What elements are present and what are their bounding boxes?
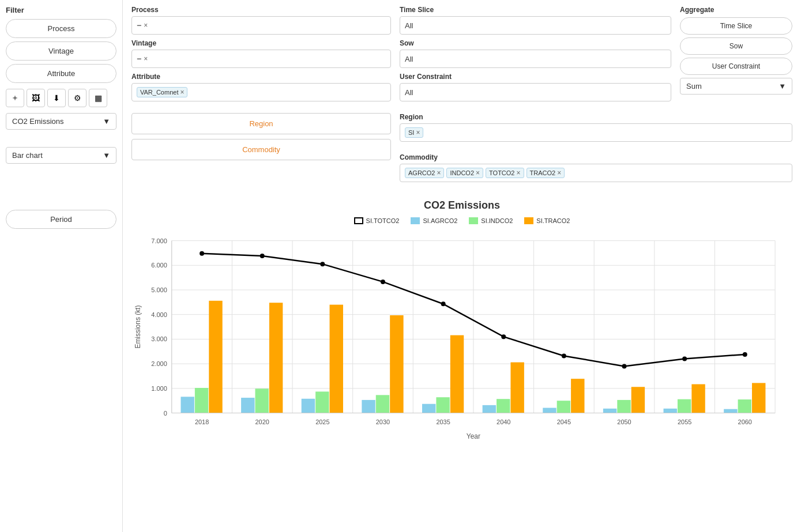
legend-agrco2-icon (411, 217, 420, 224)
process-input[interactable]: − × (131, 16, 391, 35)
attribute-filter-btn[interactable]: Attribute (6, 64, 116, 83)
aggregate-title: Aggregate (680, 6, 792, 14)
svg-rect-27 (180, 397, 194, 413)
svg-rect-51 (543, 408, 556, 413)
image-icon-btn[interactable]: 🖼 (27, 89, 45, 107)
svg-rect-29 (209, 301, 222, 413)
region-tag-si: SI × (405, 127, 423, 138)
svg-text:Emissions (kt): Emissions (kt) (134, 305, 142, 349)
svg-text:4.000: 4.000 (151, 311, 167, 318)
legend-indco2-label: SI.INDCO2 (481, 217, 513, 224)
legend-totco2: SI.TOTCO2 (354, 217, 400, 224)
svg-rect-48 (497, 399, 510, 413)
svg-text:2035: 2035 (436, 418, 450, 425)
chart-area: 01.0002.0003.0004.0005.0006.0007.0002018… (131, 229, 792, 448)
groupby-panel: Region Commodity (131, 113, 391, 188)
vintage-label: Vintage (131, 39, 391, 47)
process-x[interactable]: × (144, 21, 148, 29)
table-icon-btn[interactable]: ▦ (89, 89, 107, 107)
barchart-arrow-icon: ▼ (103, 151, 110, 160)
legend-indco2: SI.INDCO2 (469, 217, 513, 224)
userconstraint-filter-group: User Constraint All (400, 73, 671, 101)
timeslice-filter-group: Time Slice All (400, 6, 671, 35)
region-input[interactable]: SI × (400, 123, 792, 142)
svg-text:7.000: 7.000 (151, 237, 167, 244)
svg-text:3.000: 3.000 (151, 335, 167, 342)
traco2-tag-x[interactable]: × (557, 169, 561, 177)
region-groupby-btn[interactable]: Region (131, 113, 391, 134)
svg-rect-40 (376, 395, 389, 413)
region-commodity-panel: Region SI × Commodity AGRCO2 × (400, 113, 792, 188)
totco2-tag: TOTCO2 × (486, 168, 524, 178)
svg-text:2040: 2040 (497, 418, 510, 425)
sum-dropdown[interactable]: Sum ▼ (680, 78, 792, 95)
vintage-input[interactable]: − × (131, 50, 391, 68)
svg-text:5.000: 5.000 (151, 286, 167, 293)
svg-text:0: 0 (164, 410, 167, 417)
top-filter-row: Process − × Vintage − × Attribute (131, 6, 792, 101)
traco2-tag: TRACO2 × (527, 168, 565, 178)
svg-rect-53 (571, 379, 584, 413)
agrco2-tag: AGRCO2 × (405, 168, 444, 178)
svg-rect-63 (724, 409, 737, 413)
indco2-tag-x[interactable]: × (476, 169, 480, 177)
svg-text:2018: 2018 (195, 418, 209, 425)
svg-rect-56 (617, 400, 630, 413)
svg-rect-49 (510, 363, 524, 413)
svg-point-76 (743, 352, 747, 357)
commodity-groupby-btn[interactable]: Commodity (131, 139, 391, 160)
process-filter-btn[interactable]: Process (6, 19, 116, 38)
sum-dropdown-arrow: ▼ (779, 82, 786, 90)
svg-rect-52 (557, 401, 570, 413)
legend-indco2-icon (469, 217, 478, 224)
svg-rect-43 (422, 404, 435, 413)
svg-rect-31 (241, 398, 254, 413)
svg-rect-39 (362, 400, 375, 413)
period-btn[interactable]: Period (6, 210, 116, 229)
svg-point-75 (682, 357, 687, 361)
icon-toolbar: ＋ 🖼 ⬇ ⚙ ▦ (6, 89, 116, 107)
vintage-filter-btn[interactable]: Vintage (6, 41, 116, 61)
svg-point-74 (622, 364, 627, 368)
svg-text:2055: 2055 (678, 418, 691, 425)
legend-agrco2: SI.AGRCO2 (411, 217, 457, 224)
userconstraint-agg-btn[interactable]: User Constraint (680, 58, 792, 75)
svg-point-68 (260, 254, 265, 258)
commodity-filter-group: Commodity AGRCO2 × INDCO2 × TOTCO2 × (400, 153, 792, 188)
totco2-tag-x[interactable]: × (516, 169, 520, 177)
timeslice-agg-btn[interactable]: Time Slice (680, 17, 792, 35)
sow-agg-btn[interactable]: Sow (680, 37, 792, 55)
legend-traco2: SI.TRACO2 (524, 217, 570, 224)
sow-label: Sow (400, 39, 671, 47)
barchart-dropdown[interactable]: Bar chart ▼ (6, 147, 116, 164)
vintage-minus[interactable]: − (137, 54, 141, 63)
add-icon-btn[interactable]: ＋ (6, 89, 24, 107)
timeslice-input[interactable]: All (400, 16, 671, 35)
svg-rect-55 (603, 409, 616, 413)
svg-rect-44 (436, 397, 449, 413)
svg-text:2045: 2045 (557, 418, 571, 425)
download-icon-btn[interactable]: ⬇ (47, 89, 66, 107)
svg-rect-60 (678, 399, 691, 413)
attribute-label: Attribute (131, 73, 391, 81)
sow-input[interactable]: All (400, 50, 671, 68)
svg-rect-37 (330, 305, 343, 413)
process-minus[interactable]: − (137, 21, 141, 30)
svg-text:1.000: 1.000 (151, 385, 167, 392)
svg-rect-35 (302, 399, 315, 413)
settings-icon-btn[interactable]: ⚙ (68, 89, 87, 107)
region-tag-si-x[interactable]: × (416, 129, 420, 137)
svg-point-69 (320, 262, 325, 266)
commodity-input[interactable]: AGRCO2 × INDCO2 × TOTCO2 × TRACO2 (400, 164, 792, 182)
sow-filter-group: Sow All (400, 39, 671, 68)
attribute-input[interactable]: VAR_Comnet × (131, 83, 391, 101)
legend-traco2-label: SI.TRACO2 (536, 217, 570, 224)
vintage-filter-group: Vintage − × (131, 39, 391, 68)
userconstraint-input[interactable]: All (400, 83, 671, 101)
attribute-tag-x[interactable]: × (180, 88, 184, 96)
svg-point-71 (441, 301, 446, 306)
vintage-x[interactable]: × (144, 55, 148, 63)
chart-legend: SI.TOTCO2 SI.AGRCO2 SI.INDCO2 SI.TRACO2 (131, 217, 792, 224)
agrco2-tag-x[interactable]: × (437, 169, 441, 177)
co2-emissions-dropdown[interactable]: CO2 Emissions ▼ (6, 113, 116, 130)
